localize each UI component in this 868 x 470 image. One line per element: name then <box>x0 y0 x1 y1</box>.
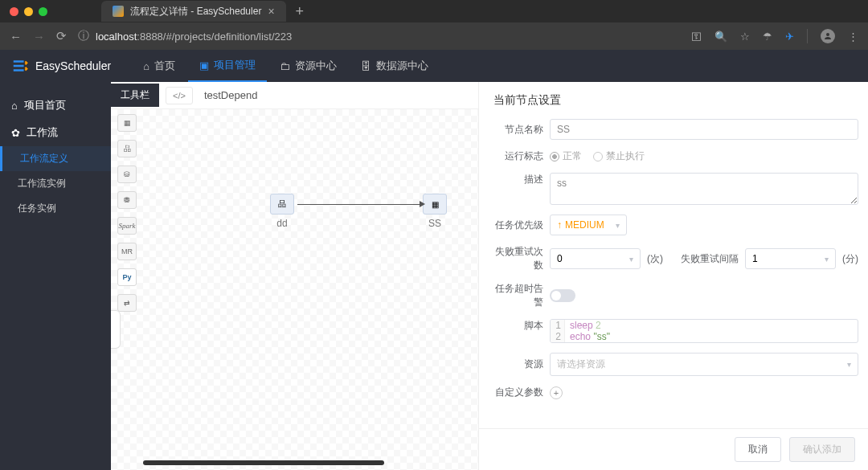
star-icon[interactable]: ☆ <box>740 31 750 43</box>
send-icon[interactable]: ✈ <box>785 31 794 43</box>
tab-title: 流程定义详情 - EasyScheduler <box>130 5 261 18</box>
projects-icon: ▣ <box>199 59 209 72</box>
node-dd-icon: 品 <box>270 194 294 215</box>
label-retry-interval: 失败重试间隔 <box>681 252 739 266</box>
window-close-dot[interactable] <box>10 7 18 16</box>
resource-select[interactable]: 请选择资源▾ <box>550 353 858 376</box>
arrow-up-icon: ↑ <box>557 219 562 231</box>
chevron-down-icon: ▾ <box>616 221 620 230</box>
add-param-button[interactable]: + <box>550 386 563 399</box>
tool-palette: ▦ 品 ⛁ ⛃ Spark MR Py ⇄ <box>117 114 137 312</box>
workflow-title: testDepend <box>204 89 258 101</box>
edge-dd-ss[interactable] <box>297 204 420 205</box>
tool-depend-icon[interactable]: ⇄ <box>117 294 137 312</box>
label-timeout: 任务超时告警 <box>489 282 543 309</box>
run-flag-forbidden-radio[interactable]: 禁止执行 <box>593 149 645 163</box>
tool-shell-icon[interactable]: ▦ <box>117 114 137 132</box>
canvas-body[interactable]: ▦ 品 ⛁ ⛃ Spark MR Py ⇄ 品 dd ▦ SS <box>111 109 478 470</box>
sidebar-workflow[interactable]: ✿工作流 <box>0 119 111 146</box>
forward-button[interactable]: → <box>33 30 45 43</box>
retry-interval-unit: (分) <box>842 252 858 266</box>
sidebar: ⌂项目首页 ✿工作流 工作流定义 工作流实例 任务实例 <box>0 82 111 470</box>
collapse-handle[interactable] <box>111 310 121 349</box>
url-text: localhost:8888/#/projects/definition/lis… <box>96 31 292 43</box>
address-bar[interactable]: ⓘ localhost:8888/#/projects/definition/l… <box>78 29 680 43</box>
retry-count-unit: (次) <box>647 252 663 266</box>
sidebar-project-home[interactable]: ⌂项目首页 <box>0 92 111 119</box>
node-ss[interactable]: ▦ SS <box>423 194 447 229</box>
nav-datasource[interactable]: 🗄数据源中心 <box>350 50 440 82</box>
chevron-down-icon: ▾ <box>847 360 851 369</box>
node-dd[interactable]: 品 dd <box>270 194 294 229</box>
nav-resources[interactable]: 🗀资源中心 <box>268 50 348 82</box>
window-max-dot[interactable] <box>39 7 47 16</box>
cancel-button[interactable]: 取消 <box>735 437 781 462</box>
label-resource: 资源 <box>489 358 543 371</box>
label-node-name: 节点名称 <box>489 123 543 137</box>
retry-count-select[interactable]: 0▾ <box>550 248 641 269</box>
label-desc: 描述 <box>489 173 543 186</box>
search-icon[interactable]: 🔍 <box>714 31 727 43</box>
sidebar-task-inst[interactable]: 任务实例 <box>0 196 111 221</box>
priority-select[interactable]: ↑MEDIUM ▾ <box>550 215 627 235</box>
sidebar-workflow-inst[interactable]: 工作流实例 <box>0 171 111 196</box>
sidebar-workflow-def[interactable]: 工作流定义 <box>0 146 111 171</box>
app-header: EasyScheduler ⌂首页 ▣项目管理 🗀资源中心 🗄数据源中心 <box>0 50 868 82</box>
divider <box>807 29 808 43</box>
label-retry-count: 失败重试次数 <box>489 245 543 272</box>
profile-avatar-icon[interactable] <box>821 29 835 43</box>
tool-spark-icon[interactable]: Spark <box>117 217 137 235</box>
label-custom-params: 自定义参数 <box>489 386 543 399</box>
site-info-icon[interactable]: ⓘ <box>78 29 89 43</box>
panel-title: 当前节点设置 <box>479 82 868 119</box>
tool-mr-icon[interactable]: MR <box>117 243 137 260</box>
tool-sql-icon[interactable]: ⛃ <box>117 191 137 209</box>
browser-tab[interactable]: 流程定义详情 - EasyScheduler × <box>101 1 286 22</box>
timeout-switch[interactable] <box>550 289 575 302</box>
horizontal-scrollbar[interactable] <box>143 460 384 465</box>
desc-textarea[interactable]: ss <box>550 173 858 205</box>
node-name-input[interactable] <box>550 119 858 140</box>
window-titlebar: 流程定义详情 - EasyScheduler × + <box>0 0 868 22</box>
umbrella-icon[interactable]: ☂ <box>763 31 772 43</box>
script-editor[interactable]: 1sleep 2 2echo "ss" <box>550 319 858 343</box>
browser-toolbar: ← → ⟳ ⓘ localhost:8888/#/projects/defini… <box>0 22 868 50</box>
run-flag-normal-radio[interactable]: 正常 <box>550 149 582 163</box>
new-tab-button[interactable]: + <box>296 3 305 20</box>
tab-close-icon[interactable]: × <box>268 5 274 18</box>
tool-subprocess-icon[interactable]: 品 <box>117 140 137 157</box>
code-mode-button[interactable]: </> <box>166 87 193 104</box>
canvas-area: 工具栏 </> testDepend ▦ 品 ⛁ ⛃ Spark MR Py ⇄… <box>111 82 478 470</box>
tool-python-icon[interactable]: Py <box>117 268 137 286</box>
database-icon: 🗄 <box>361 60 371 72</box>
label-script: 脚本 <box>489 319 543 333</box>
chevron-down-icon: ▾ <box>629 255 633 264</box>
back-button[interactable]: ← <box>10 30 22 43</box>
folder-icon: 🗀 <box>280 60 290 72</box>
retry-interval-select[interactable]: 1▾ <box>745 248 836 269</box>
panel-body: 节点名称 运行标志 正常 禁止执行 描述 ss 任务优先级 ↑MEDIUM ▾ <box>479 119 868 428</box>
nav-home[interactable]: ⌂首页 <box>132 50 186 82</box>
tab-favicon-icon <box>113 6 124 17</box>
brand-logo[interactable]: EasyScheduler <box>11 57 111 75</box>
arrow-head-icon <box>420 201 425 207</box>
node-dd-label: dd <box>276 218 287 229</box>
browser-right-icons: ⚿ 🔍 ☆ ☂ ✈ ⋮ <box>691 29 858 43</box>
radio-unchecked-icon <box>593 152 603 161</box>
house-icon: ⌂ <box>11 100 18 112</box>
svg-point-0 <box>826 33 829 36</box>
more-icon[interactable]: ⋮ <box>848 31 858 43</box>
confirm-button[interactable]: 确认添加 <box>789 437 855 462</box>
reload-button[interactable]: ⟳ <box>56 29 67 43</box>
nav-projects[interactable]: ▣项目管理 <box>188 50 267 82</box>
window-min-dot[interactable] <box>24 7 33 16</box>
gear-icon: ✿ <box>11 127 20 139</box>
toolbar-label: 工具栏 <box>111 84 159 107</box>
key-icon[interactable]: ⚿ <box>691 31 702 43</box>
panel-footer: 取消 确认添加 <box>479 428 868 470</box>
label-priority: 任务优先级 <box>489 219 543 232</box>
radio-checked-icon <box>550 152 559 161</box>
node-ss-icon: ▦ <box>423 194 447 215</box>
chevron-down-icon: ▾ <box>825 255 829 264</box>
tool-procedure-icon[interactable]: ⛁ <box>117 166 137 183</box>
